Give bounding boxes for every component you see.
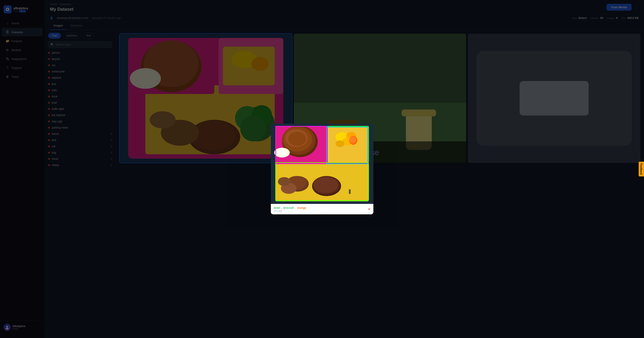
image-popup: bowl, broccoli, orange im1.jpg ×	[271, 124, 374, 214]
svg-rect-65	[349, 189, 351, 194]
popup-image-container	[271, 124, 374, 204]
svg-point-50	[288, 132, 306, 146]
tag-orange: orange	[297, 206, 306, 209]
popup-filename: im1.jpg	[274, 209, 306, 212]
svg-point-59	[350, 136, 356, 143]
tag-broccoli: broccoli	[283, 206, 294, 209]
image-popup-overlay[interactable]: bowl, broccoli, orange im1.jpg ×	[0, 0, 644, 338]
feedback-tab[interactable]: Feedback	[639, 162, 644, 176]
svg-point-72	[278, 177, 290, 186]
svg-point-57	[336, 140, 344, 147]
svg-point-52	[275, 148, 288, 156]
popup-close-button[interactable]: ×	[368, 207, 370, 211]
popup-content-left: bowl, broccoli, orange im1.jpg	[274, 206, 306, 212]
tag-bowl: bowl	[274, 206, 280, 209]
svg-point-68	[314, 177, 338, 193]
popup-info: bowl, broccoli, orange im1.jpg ×	[271, 204, 374, 214]
popup-tags: bowl, broccoli, orange	[274, 206, 306, 209]
